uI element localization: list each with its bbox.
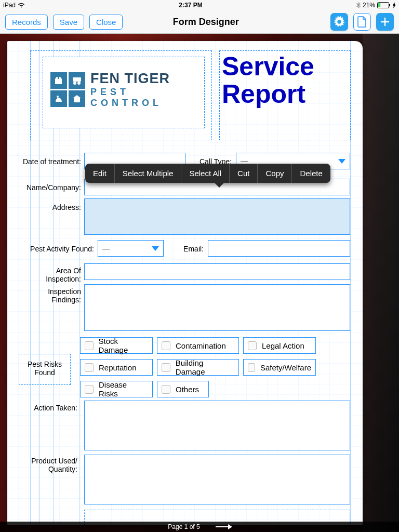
check-others[interactable]: Others: [157, 381, 209, 397]
bluetooth-icon: [356, 2, 361, 8]
check-label: Legal Action: [262, 341, 304, 350]
settings-button[interactable]: [330, 13, 348, 31]
ctx-select-multiple[interactable]: Select Multiple: [115, 164, 182, 183]
dropdown-pest-activity-value: —: [102, 244, 110, 252]
label-email: Email:: [172, 245, 204, 253]
ctx-edit[interactable]: Edit: [85, 164, 115, 183]
check-legal-action[interactable]: Legal Action: [243, 337, 316, 354]
svg-rect-5: [73, 77, 81, 82]
svg-rect-1: [378, 3, 380, 7]
page-indicator: Page 1 of 5: [168, 523, 200, 530]
records-button[interactable]: Records: [5, 15, 48, 30]
check-reputation[interactable]: Reputation: [80, 359, 153, 376]
label-product: Product Used/ Quantity:: [25, 457, 77, 473]
check-disease[interactable]: Disease Risks: [80, 381, 153, 397]
label-date: Date of treatment:: [18, 157, 81, 166]
dropdown-pest-activity[interactable]: —: [98, 240, 164, 257]
check-contamination[interactable]: Contamination: [157, 337, 239, 354]
check-label: Contamination: [176, 341, 226, 350]
check-label: Disease Risks: [99, 380, 148, 398]
battery-pct: 21%: [363, 2, 375, 9]
check-label: Others: [176, 385, 199, 394]
logo-element[interactable]: FEN TIGER PEST CONTROL: [43, 57, 205, 128]
check-safety[interactable]: Safety/Welfare: [243, 359, 316, 376]
page-footer: Page 1 of 5: [0, 522, 399, 532]
chevron-down-icon: [152, 246, 159, 251]
check-label: Safety/Welfare: [260, 363, 311, 372]
label-risks: Pest Risks Found: [19, 360, 71, 377]
label-address: Address:: [33, 203, 81, 211]
workspace[interactable]: FEN TIGER PEST CONTROL Service Report Da…: [0, 34, 399, 532]
toolbar-title: Form Designer: [86, 17, 325, 28]
check-building-damage[interactable]: Building Damage: [157, 359, 239, 376]
field-address[interactable]: [84, 198, 350, 235]
add-button[interactable]: [376, 13, 394, 31]
check-label: Reputation: [99, 363, 137, 372]
check-stock-damage[interactable]: Stock Damage: [80, 337, 153, 354]
label-name: Name/Company:: [18, 183, 81, 192]
plus-icon: [380, 17, 390, 27]
charging-icon: [393, 2, 396, 8]
battery-icon: [377, 2, 391, 8]
status-time: 2:37 PM: [179, 2, 202, 9]
ctx-copy[interactable]: Copy: [258, 164, 292, 183]
svg-point-3: [73, 82, 76, 85]
label-findings: Inspection Findings:: [33, 287, 81, 304]
label-pest-activity: Pest Activity Found:: [14, 245, 94, 253]
save-button[interactable]: Save: [53, 15, 84, 30]
ctx-cut[interactable]: Cut: [230, 164, 258, 183]
gear-icon: [334, 16, 345, 28]
device-label: iPad: [3, 2, 16, 9]
new-page-button[interactable]: [353, 13, 371, 31]
svg-point-4: [77, 82, 81, 85]
logo-text-1: FEN TIGER: [90, 71, 197, 87]
check-label: Building Damage: [176, 358, 234, 376]
label-action: Action Taken:: [25, 404, 77, 412]
logo-text-2: PEST CONTROL: [90, 87, 197, 109]
page-icon: [357, 16, 367, 28]
ctx-select-all[interactable]: Select All: [181, 164, 230, 183]
check-label: Stock Damage: [99, 337, 148, 354]
form-page[interactable]: FEN TIGER PEST CONTROL Service Report Da…: [7, 41, 363, 525]
next-page-arrow[interactable]: [216, 526, 231, 527]
field-email[interactable]: [208, 240, 350, 257]
report-title[interactable]: Service Report: [219, 50, 351, 140]
logo-icon: [50, 72, 85, 107]
svg-rect-2: [389, 4, 390, 7]
context-menu: Edit Select Multiple Select All Cut Copy…: [85, 164, 330, 183]
ios-status-bar: iPad 2:37 PM 21%: [0, 0, 399, 10]
ctx-delete[interactable]: Delete: [292, 164, 330, 183]
label-area: Area Of Inspection:: [33, 267, 81, 283]
field-product[interactable]: [84, 455, 350, 504]
wifi-icon: [18, 3, 25, 8]
field-area[interactable]: [84, 263, 350, 280]
chevron-down-icon: [338, 159, 345, 164]
field-action[interactable]: [84, 401, 350, 450]
app-toolbar: Records Save Close Form Designer: [0, 10, 399, 34]
field-findings[interactable]: [84, 284, 350, 331]
